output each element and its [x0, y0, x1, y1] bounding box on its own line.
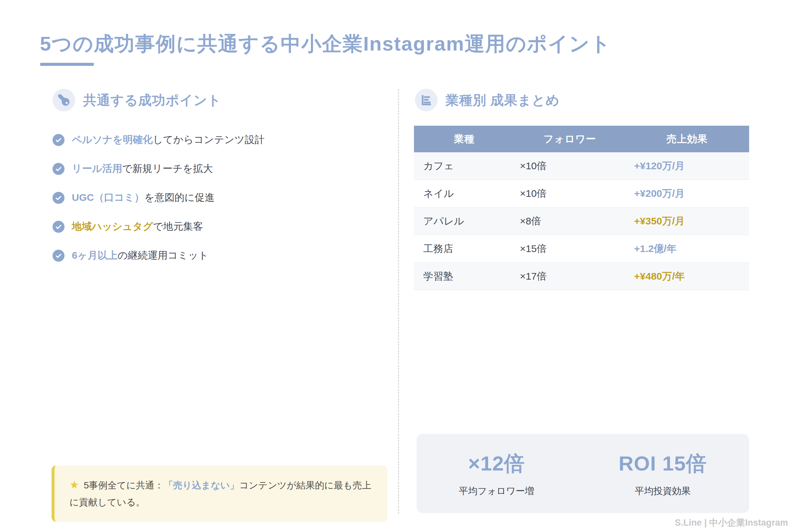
- list-item: 6ヶ月以上の継続運用コミット: [53, 249, 382, 262]
- check-icon: [53, 134, 64, 146]
- cell-industry: 工務店: [414, 242, 514, 256]
- list-item: 地域ハッシュタグで地元集客: [53, 220, 382, 233]
- bar-chart-icon: [415, 89, 438, 111]
- key-icon: [53, 89, 75, 111]
- table-header-industry: 業種: [414, 132, 514, 146]
- cell-sales: +1.2億/年: [625, 242, 749, 256]
- check-icon: [53, 250, 64, 262]
- table-row: 学習塾×17倍+¥480万/年: [414, 263, 749, 290]
- cell-followers: ×17倍: [514, 270, 625, 283]
- cell-industry: 学習塾: [414, 270, 514, 283]
- cell-followers: ×8倍: [514, 214, 625, 228]
- list-item: リール活用で新規リーチを拡大: [53, 162, 382, 175]
- table-header-row: 業種 フォロワー 売上効果: [414, 126, 749, 152]
- footer-credit: S.Line | 中小企業Instagram: [674, 517, 788, 529]
- summary-stats-box: ×12倍平均フォロワー増ROI 15倍平均投資効果: [417, 434, 749, 513]
- results-table: 業種 フォロワー 売上効果 カフェ×10倍+¥120万/月ネイル×10倍+¥20…: [414, 126, 749, 290]
- column-divider: [398, 89, 399, 514]
- list-item: UGC（口コミ）を意図的に促進: [53, 191, 382, 205]
- table-row: 工務店×15倍+1.2億/年: [414, 235, 749, 263]
- cell-followers: ×10倍: [514, 159, 625, 173]
- page-title: 5つの成功事例に共通する中小企業Instagram運用のポイント: [40, 31, 611, 58]
- title-underline: [40, 63, 94, 66]
- table-header-followers: フォロワー: [514, 132, 625, 146]
- star-icon: ★: [70, 479, 79, 491]
- left-section-title: 共通する成功ポイント: [83, 91, 222, 109]
- point-text: 地域ハッシュタグで地元集客: [72, 220, 203, 233]
- check-icon: [53, 192, 64, 204]
- stat-label: 平均投資効果: [635, 485, 690, 497]
- left-section-heading: 共通する成功ポイント: [53, 89, 222, 111]
- table-row: カフェ×10倍+¥120万/月: [414, 152, 749, 180]
- key-insight-callout: ★5事例全てに共通：「売り込まない」コンテンツが結果的に最も売上に貢献している。: [52, 466, 387, 522]
- cell-industry: アパレル: [414, 214, 514, 228]
- table-body: カフェ×10倍+¥120万/月ネイル×10倍+¥200万/月アパレル×8倍+¥3…: [414, 152, 749, 290]
- table-row: アパレル×8倍+¥350万/月: [414, 208, 749, 235]
- cell-followers: ×10倍: [514, 187, 625, 201]
- check-icon: [53, 163, 64, 175]
- point-text: UGC（口コミ）を意図的に促進: [72, 191, 214, 205]
- summary-stat: ×12倍平均フォロワー増: [459, 450, 534, 497]
- callout-prefix: 5事例全てに共通：: [84, 480, 164, 491]
- callout-highlight: 「売り込まない」: [164, 480, 240, 491]
- point-text: リール活用で新規リーチを拡大: [72, 162, 213, 175]
- point-text: ペルソナを明確化してからコンテンツ設計: [72, 133, 265, 147]
- stat-value: ×12倍: [468, 450, 525, 477]
- cell-sales: +¥350万/月: [625, 214, 749, 228]
- callout-text: ★5事例全てに共通：「売り込まない」コンテンツが結果的に最も売上に貢献している。: [70, 475, 374, 510]
- table-header-sales: 売上効果: [625, 132, 749, 146]
- right-section-heading: 業種別 成果まとめ: [415, 89, 559, 111]
- summary-stat: ROI 15倍平均投資効果: [619, 450, 707, 497]
- stat-label: 平均フォロワー増: [459, 485, 534, 497]
- point-text: 6ヶ月以上の継続運用コミット: [72, 249, 208, 262]
- table-row: ネイル×10倍+¥200万/月: [414, 180, 749, 208]
- cell-sales: +¥480万/年: [625, 270, 749, 283]
- stat-value: ROI 15倍: [619, 450, 707, 477]
- cell-followers: ×15倍: [514, 242, 625, 256]
- cell-sales: +¥120万/月: [625, 159, 749, 173]
- right-section-title: 業種別 成果まとめ: [445, 91, 559, 109]
- cell-sales: +¥200万/月: [625, 187, 749, 201]
- cell-industry: カフェ: [414, 159, 514, 173]
- cell-industry: ネイル: [414, 187, 514, 201]
- success-points-list: ペルソナを明確化してからコンテンツ設計リール活用で新規リーチを拡大UGC（口コミ…: [53, 133, 382, 278]
- check-icon: [53, 221, 64, 233]
- list-item: ペルソナを明確化してからコンテンツ設計: [53, 133, 382, 147]
